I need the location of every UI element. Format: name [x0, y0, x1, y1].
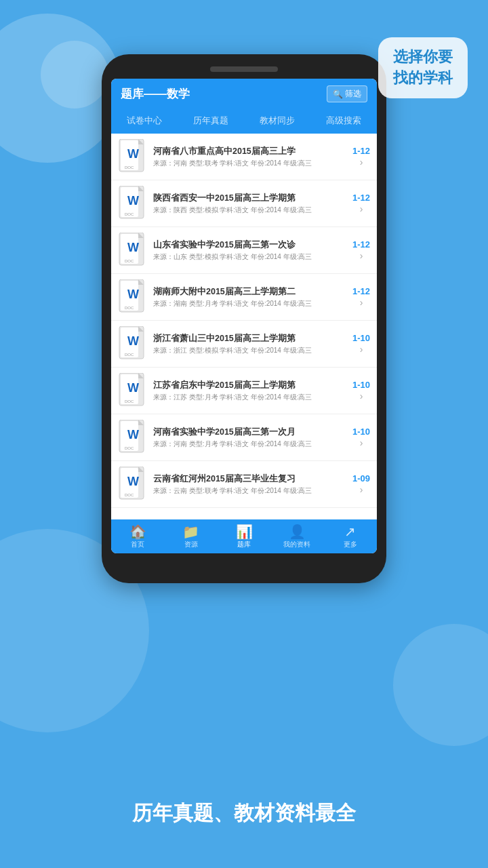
- list-item[interactable]: W DOC 河南省实验中学2015届高三第一次月 来源：河南 类型:月考 学科:…: [111, 414, 377, 461]
- svg-text:W: W: [127, 241, 139, 254]
- item-title: 浙江省萧山三中2015届高三上学期第: [153, 333, 348, 344]
- item-meta: 来源：河南 类型:联考 学科:语文 年份:2014 年级:高三: [153, 159, 348, 168]
- item-right: 1-12 ›: [352, 193, 370, 214]
- nav-my-materials[interactable]: 👤 我的资料: [270, 519, 323, 553]
- item-content: 湖南师大附中2015届高三上学期第二 来源：湖南 类型:月考 学科:语文 年份:…: [153, 286, 348, 309]
- item-title: 湖南师大附中2015届高三上学期第二: [153, 286, 348, 298]
- svg-text:W: W: [127, 428, 139, 441]
- filter-label: 筛选: [345, 88, 361, 100]
- svg-text:W: W: [127, 147, 139, 161]
- filter-button[interactable]: 🔍 筛选: [327, 85, 367, 102]
- chart-icon: 📊: [236, 525, 253, 538]
- svg-text:W: W: [127, 334, 139, 348]
- chevron-right-icon: ›: [360, 344, 363, 355]
- item-content: 江苏省启东中学2015届高三上学期第 来源：江苏 类型:月考 学科:语文 年份:…: [153, 380, 348, 402]
- svg-text:DOC: DOC: [125, 165, 134, 170]
- item-right: 1-12 ›: [352, 287, 370, 308]
- tab-textbook-sync[interactable]: 教材同步: [244, 109, 310, 134]
- item-grade: 1-10: [352, 380, 370, 389]
- item-right: 1-10 ›: [352, 334, 370, 355]
- nav-more[interactable]: ↗ 更多: [324, 519, 377, 553]
- item-content: 河南省实验中学2015届高三第一次月 来源：河南 类型:月考 学科:语文 年份:…: [153, 427, 348, 449]
- item-content: 河南省八市重点高中2015届高三上学 来源：河南 类型:联考 学科:语文 年份:…: [153, 146, 348, 168]
- bg-circle-small: [41, 41, 108, 108]
- item-right: 1-12 ›: [352, 146, 370, 167]
- tab-past-exams[interactable]: 历年真题: [178, 109, 244, 134]
- item-title: 山东省实验中学2015届高三第一次诊: [153, 239, 348, 251]
- item-meta: 来源：浙江 类型:模拟 学科:语文 年份:2014 年级:高三: [153, 346, 348, 355]
- svg-text:DOC: DOC: [125, 353, 134, 357]
- nav-home[interactable]: 🏠 首页: [111, 519, 164, 553]
- item-meta: 来源：江苏 类型:月考 学科:语文 年份:2014 年级:高三: [153, 393, 348, 402]
- list-item[interactable]: W DOC 云南省红河州2015届高三毕业生复习 来源：云南 类型:联考 学科:…: [111, 461, 377, 508]
- item-title: 陕西省西安一中2015届高三上学期第: [153, 193, 348, 204]
- doc-icon: W DOC: [118, 139, 148, 174]
- chevron-right-icon: ›: [360, 157, 363, 167]
- list-item[interactable]: W DOC 山东省实验中学2015届高三第一次诊 来源：山东 类型:模拟 学科:…: [111, 227, 377, 274]
- home-icon: 🏠: [129, 525, 146, 538]
- person-icon: 👤: [289, 525, 306, 538]
- bottom-text: 历年真题、教材资料最全: [0, 800, 488, 827]
- app-tabs: 试卷中心 历年真题 教材同步 高级搜索: [111, 109, 377, 134]
- chevron-right-icon: ›: [360, 437, 363, 448]
- item-right: 1-09 ›: [352, 474, 370, 495]
- svg-text:W: W: [127, 381, 139, 395]
- tooltip-bubble: 选择你要找的学科: [378, 37, 468, 98]
- tab-advanced-search[interactable]: 高级搜索: [310, 109, 377, 134]
- folder-icon: 📁: [182, 525, 199, 538]
- item-meta: 来源：云南 类型:联考 学科:语文 年份:2014 年级:高三: [153, 486, 348, 496]
- item-content: 山东省实验中学2015届高三第一次诊 来源：山东 类型:模拟 学科:语文 年份:…: [153, 239, 348, 262]
- item-grade: 1-09: [352, 474, 370, 483]
- item-grade: 1-12: [352, 287, 370, 296]
- item-right: 1-12 ›: [352, 240, 370, 261]
- list-item[interactable]: W DOC 江苏省启东中学2015届高三上学期第 来源：江苏 类型:月考 学科:…: [111, 368, 377, 414]
- search-icon: 🔍: [333, 90, 343, 99]
- bg-circle-right: [393, 624, 488, 746]
- nav-resources[interactable]: 📁 资源: [164, 519, 217, 553]
- app-title: 题库——数学: [121, 86, 190, 102]
- nav-more-label: 更多: [344, 540, 357, 549]
- nav-question-bank[interactable]: 📊 题库: [218, 519, 270, 553]
- nav-my-materials-label: 我的资料: [283, 540, 310, 549]
- nav-resources-label: 资源: [184, 540, 198, 549]
- doc-icon: W DOC: [118, 467, 148, 502]
- bottom-nav: 🏠 首页 📁 资源 📊 题库 👤 我的资料 ↗ 更多: [111, 519, 377, 553]
- list-container[interactable]: W DOC 河南省八市重点高中2015届高三上学 来源：河南 类型:联考 学科:…: [111, 134, 377, 519]
- svg-text:W: W: [127, 194, 139, 208]
- list-item[interactable]: W DOC 河南省八市重点高中2015届高三上学 来源：河南 类型:联考 学科:…: [111, 134, 377, 180]
- item-content: 浙江省萧山三中2015届高三上学期第 来源：浙江 类型:模拟 学科:语文 年份:…: [153, 333, 348, 355]
- item-title: 云南省红河州2015届高三毕业生复习: [153, 473, 348, 485]
- item-grade: 1-10: [352, 427, 370, 436]
- nav-question-bank-label: 题库: [237, 540, 251, 549]
- tab-exam-center[interactable]: 试卷中心: [111, 109, 178, 134]
- svg-text:DOC: DOC: [125, 446, 134, 450]
- doc-icon: W DOC: [118, 186, 148, 221]
- phone-speaker: [210, 66, 278, 72]
- item-right: 1-10 ›: [352, 427, 370, 448]
- item-grade: 1-10: [352, 334, 370, 342]
- item-meta: 来源：湖南 类型:月考 学科:语文 年份:2014 年级:高三: [153, 299, 348, 309]
- chevron-right-icon: ›: [360, 391, 363, 401]
- item-content: 陕西省西安一中2015届高三上学期第 来源：陕西 类型:模拟 学科:语文 年份:…: [153, 193, 348, 215]
- list-item[interactable]: W DOC 湖南师大附中2015届高三上学期第二 来源：湖南 类型:月考 学科:…: [111, 274, 377, 321]
- app-header: 题库——数学 🔍 筛选: [111, 79, 377, 109]
- item-title: 江苏省启东中学2015届高三上学期第: [153, 380, 348, 391]
- phone-mockup: 题库——数学 🔍 筛选 试卷中心 历年真题 教材同步 高级搜索: [102, 54, 386, 583]
- doc-icon: W DOC: [118, 373, 148, 408]
- nav-home-label: 首页: [131, 540, 144, 549]
- doc-icon: W DOC: [118, 326, 148, 361]
- phone-screen: 题库——数学 🔍 筛选 试卷中心 历年真题 教材同步 高级搜索: [111, 79, 377, 553]
- list-item[interactable]: W DOC 陕西省西安一中2015届高三上学期第 来源：陕西 类型:模拟 学科:…: [111, 180, 377, 227]
- svg-text:DOC: DOC: [125, 212, 134, 216]
- chevron-right-icon: ›: [360, 484, 363, 495]
- svg-text:W: W: [127, 475, 139, 488]
- svg-text:DOC: DOC: [125, 306, 134, 310]
- list-item[interactable]: W DOC 浙江省萧山三中2015届高三上学期第 来源：浙江 类型:模拟 学科:…: [111, 321, 377, 368]
- chevron-right-icon: ›: [360, 250, 363, 261]
- doc-icon: W DOC: [118, 420, 148, 455]
- svg-text:DOC: DOC: [125, 259, 134, 263]
- svg-text:DOC: DOC: [125, 493, 134, 497]
- item-meta: 来源：河南 类型:月考 学科:语文 年份:2014 年级:高三: [153, 439, 348, 449]
- item-content: 云南省红河州2015届高三毕业生复习 来源：云南 类型:联考 学科:语文 年份:…: [153, 473, 348, 496]
- item-right: 1-10 ›: [352, 380, 370, 401]
